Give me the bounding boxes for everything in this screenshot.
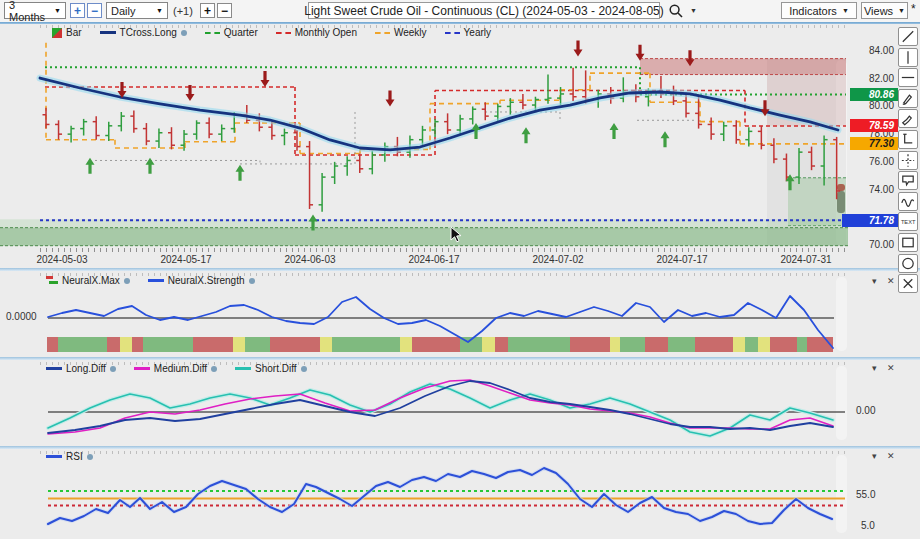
fib-tool-tool-button[interactable]: [898, 130, 918, 149]
rsi-scrollbar[interactable]: [836, 455, 847, 533]
diff-scrollbar[interactable]: [836, 366, 847, 440]
search-icon[interactable]: [668, 3, 684, 19]
series-swatch-icon: [445, 32, 460, 34]
legend-item[interactable]: Monthly Open: [276, 27, 357, 38]
horizontal-line-tool-button[interactable]: [898, 68, 918, 87]
price-axis-label: 70.00: [848, 239, 894, 250]
legend-label: Weekly: [394, 27, 427, 38]
legend-item[interactable]: NeuralX.Strength: [148, 275, 255, 286]
legend-item[interactable]: Bar: [52, 27, 82, 38]
neuralx-close-icon[interactable]: ✕: [887, 277, 895, 286]
rsi-axis-label: 5.0: [861, 520, 875, 531]
chevron-down-icon: ▼: [898, 7, 905, 14]
legend-item[interactable]: Weekly: [375, 27, 427, 38]
toolbar-divider: [0, 22, 920, 24]
legend-item[interactable]: NeuralX.Max: [46, 275, 130, 286]
series-swatch-icon: [276, 32, 291, 34]
legend-item[interactable]: Long.Diff: [46, 363, 116, 374]
legend-label: NeuralX.Max: [62, 275, 120, 286]
main-chart-scroll-thumb-cap: [837, 184, 845, 191]
timeframe-select[interactable]: 3 Months ▼: [4, 2, 66, 19]
brush-icon: [899, 109, 917, 128]
panel-separator[interactable]: [0, 357, 920, 360]
series-swatch-icon: [46, 455, 62, 458]
legend-label: TCross.Long: [120, 27, 177, 38]
series-info-dot-icon[interactable]: [124, 278, 130, 284]
main-chart-scroll-thumb[interactable]: [837, 191, 845, 213]
panel-ticks: [40, 451, 846, 454]
timeframe-decrease-button[interactable]: −: [87, 3, 102, 18]
timeframe-value: 3 Months: [9, 0, 49, 23]
neuralx-scrollbar[interactable]: [836, 277, 847, 351]
wave-tool-button[interactable]: [898, 192, 918, 211]
series-swatch-icon: [148, 279, 164, 282]
series-info-dot-icon[interactable]: [181, 30, 187, 36]
top-toolbar: 3 Months ▼ + − Daily ▼ (+1) + − Light Sw…: [0, 0, 920, 22]
panel-separator[interactable]: [0, 268, 920, 271]
vertical-line-tool-button[interactable]: [898, 48, 918, 67]
chevron-down-icon: ▼: [54, 7, 61, 14]
legend-item[interactable]: RSI: [46, 451, 93, 462]
price-axis-label: 74.00: [848, 184, 894, 195]
indicators-button[interactable]: Indicators ▼: [781, 2, 857, 19]
ellipse-icon: [899, 254, 917, 273]
timeframe-increase-button[interactable]: +: [70, 3, 85, 18]
vertical-line-icon: [899, 48, 917, 67]
trendline-icon: [899, 27, 917, 46]
series-swatch-icon: [100, 31, 116, 34]
text-tool-button[interactable]: TEXT: [898, 212, 918, 231]
text-icon: TEXT: [899, 212, 917, 231]
price-axis-label: 76.00: [848, 156, 894, 167]
chevron-down-icon: ▼: [156, 7, 163, 14]
legend-item[interactable]: Medium.Diff: [134, 363, 217, 374]
erase-icon: [899, 274, 917, 293]
legend-item[interactable]: TCross.Long: [100, 27, 187, 38]
bar-increase-button[interactable]: +: [200, 3, 215, 18]
callout-icon: [899, 171, 917, 190]
date-axis-label: 2024-07-17: [642, 254, 722, 265]
series-info-dot-icon[interactable]: [211, 366, 217, 372]
series-info-dot-icon[interactable]: [87, 454, 93, 460]
rectangle-tool-button[interactable]: [898, 233, 918, 252]
legend-label: RSI: [66, 451, 83, 462]
price-axis-label: 84.00: [848, 45, 894, 56]
mouse-cursor: [450, 226, 463, 244]
series-swatch-icon: [134, 367, 150, 370]
legend-item[interactable]: Yearly: [445, 27, 491, 38]
rsi-collapse-icon[interactable]: ▾: [872, 452, 877, 461]
bar-decrease-button[interactable]: −: [217, 3, 232, 18]
trendline-tool-button[interactable]: [898, 27, 918, 46]
neuralx-legend: NeuralX.MaxNeuralX.Strength: [46, 275, 255, 286]
legend-item[interactable]: Short.Diff: [235, 363, 307, 374]
legend-item[interactable]: Quarter: [205, 27, 258, 38]
neuralx-max-icon: [46, 276, 58, 285]
neuralx-collapse-icon[interactable]: ▾: [872, 277, 877, 286]
period-value: Daily: [111, 5, 135, 17]
date-axis-label: 2024-05-03: [22, 254, 102, 265]
crosshair-icon: [899, 151, 917, 170]
crosshair-tool-button[interactable]: [898, 151, 918, 170]
rsi-close-icon[interactable]: ✕: [887, 452, 895, 461]
period-select[interactable]: Daily ▼: [106, 2, 168, 19]
callout-tool-button[interactable]: [898, 171, 918, 190]
pen-tool-button[interactable]: [898, 89, 918, 108]
brush-tool-button[interactable]: [898, 109, 918, 128]
ellipse-tool-button[interactable]: [898, 254, 918, 273]
rsi-axis-label: 55.0: [856, 489, 875, 500]
modified-star: *: [911, 2, 916, 16]
search-caret-icon[interactable]: ▼: [690, 7, 697, 14]
panel-separator[interactable]: [0, 446, 920, 449]
series-info-dot-icon[interactable]: [249, 278, 255, 284]
views-button[interactable]: Views ▼: [861, 2, 908, 19]
diff-collapse-icon[interactable]: ▾: [872, 364, 877, 373]
series-swatch-icon: [375, 32, 390, 34]
series-info-dot-icon[interactable]: [110, 366, 116, 372]
diff-close-icon[interactable]: ✕: [887, 364, 895, 373]
chevron-down-icon: ▼: [842, 7, 849, 14]
erase-tool-button[interactable]: [898, 274, 918, 293]
date-axis-ticks: [40, 248, 846, 252]
legend-label: Long.Diff: [66, 363, 106, 374]
series-info-dot-icon[interactable]: [301, 366, 307, 372]
fib-tool-icon: [899, 130, 917, 149]
diff-zero-label: 0.00: [856, 405, 875, 416]
